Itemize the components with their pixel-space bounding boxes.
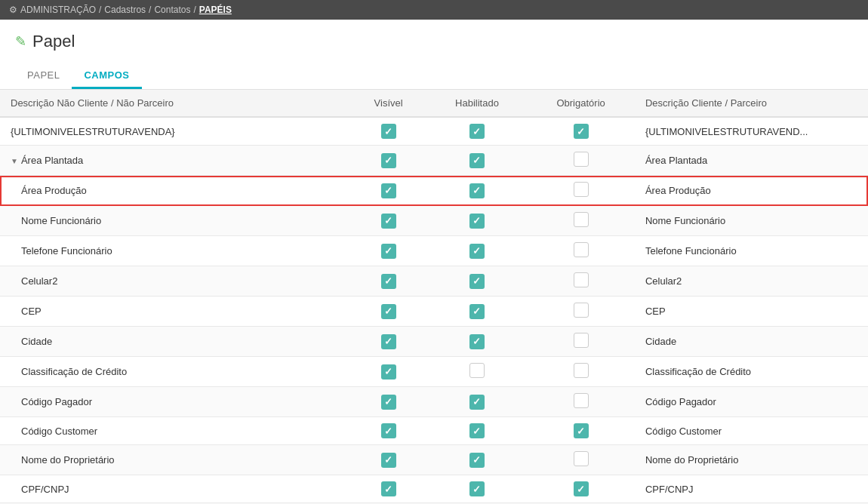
checkbox-required-unchecked[interactable] [574,333,589,348]
checkbox-visible-checked[interactable]: ✓ [381,423,396,438]
cell-visible[interactable]: ✓ [350,266,427,297]
cell-enabled[interactable]: ✓ [427,387,528,417]
cell-description-client: Área Plantada [635,146,868,176]
cell-enabled[interactable]: ✓ [427,266,528,297]
checkbox-visible-checked[interactable]: ✓ [381,244,396,259]
cell-required[interactable] [527,176,635,206]
cell-visible[interactable]: ✓ [350,445,427,475]
cell-enabled[interactable]: ✓ [427,297,528,327]
checkbox-required-unchecked[interactable] [574,242,589,257]
cell-description: Classificação de Crédito [0,357,350,387]
cell-visible[interactable]: ✓ [350,475,427,503]
cell-required[interactable] [527,266,635,297]
checkbox-enabled-checked[interactable]: ✓ [469,453,485,468]
cell-description-client: Celular2 [635,266,868,297]
cell-required[interactable]: ✓ [527,117,635,146]
checkbox-required-unchecked[interactable] [574,303,589,318]
cell-required[interactable] [527,236,635,266]
checkbox-required-checked[interactable]: ✓ [574,481,589,496]
checkbox-enabled-checked[interactable]: ✓ [469,214,485,229]
checkbox-visible-checked[interactable]: ✓ [381,183,396,198]
cell-visible[interactable]: ✓ [350,117,427,146]
checkbox-visible-checked[interactable]: ✓ [381,364,396,380]
cell-description-client: CPF/CNPJ [635,475,868,503]
checkbox-visible-checked[interactable]: ✓ [381,304,396,319]
checkbox-enabled-checked[interactable]: ✓ [469,334,485,349]
breadcrumb-admin: ADMINISTRAÇÃO [20,5,96,15]
tab-campos[interactable]: CAMPOS [72,63,141,89]
cell-enabled[interactable] [427,357,528,387]
checkbox-required-unchecked[interactable] [574,393,589,408]
cell-required[interactable] [527,445,635,475]
cell-visible[interactable]: ✓ [350,236,427,266]
cell-enabled[interactable]: ✓ [427,117,528,146]
checkbox-visible-checked[interactable]: ✓ [381,334,396,349]
checkbox-enabled-unchecked[interactable] [469,363,485,378]
table-container: Descrição Não Cliente / Não Parceiro Vis… [0,90,868,504]
cell-required[interactable] [527,387,635,417]
checkbox-enabled-checked[interactable]: ✓ [469,274,485,289]
expand-icon[interactable]: ▼ [11,157,18,165]
description-text: Cidade [21,336,52,347]
cell-enabled[interactable]: ✓ [427,327,528,357]
cell-description: Código Pagador [0,387,350,417]
cell-required[interactable]: ✓ [527,475,635,503]
cell-description: Celular2 [0,266,350,297]
cell-enabled[interactable]: ✓ [427,146,528,176]
checkbox-required-unchecked[interactable] [574,182,589,197]
checkbox-enabled-checked[interactable]: ✓ [469,481,485,496]
breadcrumb-cadastros: Cadastros [104,5,146,15]
cell-enabled[interactable]: ✓ [427,206,528,236]
checkbox-required-unchecked[interactable] [574,152,589,167]
cell-visible[interactable]: ✓ [350,387,427,417]
checkbox-visible-checked[interactable]: ✓ [381,481,396,496]
cell-enabled[interactable]: ✓ [427,236,528,266]
cell-visible[interactable]: ✓ [350,297,427,327]
cell-visible[interactable]: ✓ [350,206,427,236]
cell-required[interactable] [527,357,635,387]
breadcrumb-papeis[interactable]: PAPÉIS [199,5,232,15]
checkbox-enabled-checked[interactable]: ✓ [469,124,485,139]
cell-required[interactable] [527,327,635,357]
cell-required[interactable] [527,297,635,327]
description-text: Celular2 [21,275,57,287]
cell-description-client: Área Produção [635,176,868,206]
cell-visible[interactable]: ✓ [350,146,427,176]
checkbox-enabled-checked[interactable]: ✓ [469,183,485,198]
cell-required[interactable] [527,206,635,236]
checkbox-enabled-checked[interactable]: ✓ [469,395,485,410]
description-text: CPF/CNPJ [21,484,69,495]
checkbox-visible-checked[interactable]: ✓ [381,124,396,139]
cell-description-client: Nome Funcionário [635,206,868,236]
checkbox-visible-checked[interactable]: ✓ [381,395,396,410]
checkbox-visible-checked[interactable]: ✓ [381,153,396,168]
col-header-enabled: Habilitado [427,90,528,117]
checkbox-required-unchecked[interactable] [574,212,589,227]
cell-required[interactable] [527,146,635,176]
cell-required[interactable]: ✓ [527,417,635,445]
cell-visible[interactable]: ✓ [350,357,427,387]
checkbox-required-checked[interactable]: ✓ [574,124,589,139]
checkbox-enabled-checked[interactable]: ✓ [469,153,485,168]
cell-description-client: Código Pagador [635,387,868,417]
checkbox-required-unchecked[interactable] [574,272,589,287]
checkbox-enabled-checked[interactable]: ✓ [469,423,485,438]
cell-enabled[interactable]: ✓ [427,417,528,445]
checkbox-required-unchecked[interactable] [574,363,589,378]
checkbox-enabled-checked[interactable]: ✓ [469,304,485,319]
table-row: ▼Área Plantada✓✓Área Plantada [0,146,868,176]
cell-enabled[interactable]: ✓ [427,176,528,206]
tab-papel[interactable]: PAPEL [15,63,72,89]
cell-visible[interactable]: ✓ [350,417,427,445]
cell-visible[interactable]: ✓ [350,176,427,206]
checkbox-enabled-checked[interactable]: ✓ [469,244,485,259]
checkbox-visible-checked[interactable]: ✓ [381,453,396,468]
checkbox-visible-checked[interactable]: ✓ [381,274,396,289]
checkbox-visible-checked[interactable]: ✓ [381,214,396,229]
checkbox-required-checked[interactable]: ✓ [574,423,589,438]
cell-visible[interactable]: ✓ [350,327,427,357]
description-text: Nome do Proprietário [21,454,115,466]
cell-enabled[interactable]: ✓ [427,445,528,475]
checkbox-required-unchecked[interactable] [574,451,589,466]
cell-enabled[interactable]: ✓ [427,475,528,503]
